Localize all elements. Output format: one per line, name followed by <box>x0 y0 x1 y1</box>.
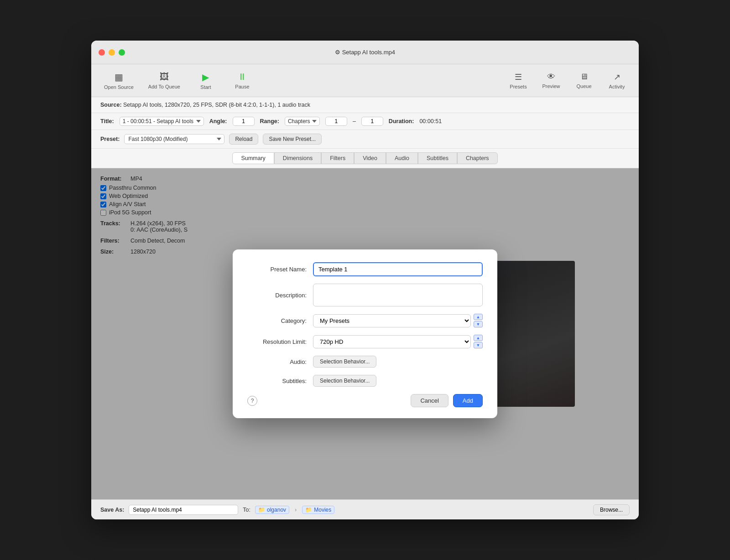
presets-label: Presets <box>510 84 527 89</box>
start-icon: ▶ <box>202 72 209 83</box>
resolution-stepper: ▲ ▼ <box>474 335 483 348</box>
add-queue-icon: 🖼 <box>160 72 169 82</box>
tab-dimensions[interactable]: Dimensions <box>274 152 321 164</box>
titlebar: ⚙ Setapp AI tools.mp4 <box>91 41 639 64</box>
folder-name-2: Movies <box>314 507 331 513</box>
category-select[interactable]: My Presets Custom <box>313 314 471 327</box>
preset-row: Preset: Fast 1080p30 (Modified) Reload S… <box>91 130 639 149</box>
browse-button[interactable]: Browse... <box>593 504 630 515</box>
subtitles-field-label: Subtitles: <box>247 378 307 384</box>
help-button[interactable]: ? <box>247 396 257 406</box>
save-as-input[interactable] <box>129 505 238 515</box>
activity-button[interactable]: ↗ Activity <box>602 69 631 92</box>
modal-overlay: Preset Name: Description: Category: My P… <box>91 168 639 499</box>
description-field-label: Description: <box>247 292 307 299</box>
open-source-label: Open Source <box>104 84 134 90</box>
modal-footer: ? Cancel Add <box>247 394 483 407</box>
audio-selection-button[interactable]: Selection Behavior... <box>313 356 376 368</box>
title-row: Title: 1 - 00:00:51 - Setapp AI tools An… <box>91 113 639 130</box>
folder-arrow: › <box>295 507 297 513</box>
resolution-row: Resolution Limit: None 480p SD 720p HD 1… <box>247 335 483 348</box>
resolution-field-label: Resolution Limit: <box>247 338 307 345</box>
traffic-lights <box>99 49 125 56</box>
tab-subtitles[interactable]: Subtitles <box>418 152 457 164</box>
presets-button[interactable]: ☰ Presets <box>504 69 533 92</box>
start-label: Start <box>200 84 211 90</box>
queue-label: Queue <box>576 83 591 89</box>
folder-name-1: olganov <box>267 507 286 513</box>
bottom-bar: Save As: To: 📁 olganov › 📁 Movies Browse… <box>91 499 639 519</box>
open-source-button[interactable]: ▦ Open Source <box>99 69 139 93</box>
save-as-label: Save As: <box>100 507 124 513</box>
preset-select[interactable]: Fast 1080p30 (Modified) <box>124 134 224 144</box>
tab-audio[interactable]: Audio <box>386 152 418 164</box>
open-source-icon: ▦ <box>115 72 123 83</box>
add-to-queue-button[interactable]: 🖼 Add To Queue <box>143 69 186 92</box>
close-button[interactable] <box>99 49 105 56</box>
title-field-label: Title: <box>100 118 114 124</box>
preset-name-row: Preset Name: <box>247 262 483 276</box>
angle-label: Angle: <box>209 118 227 124</box>
main-content: Format: MP4 Passthru Common Web Optimize… <box>91 168 639 499</box>
tab-summary[interactable]: Summary <box>232 152 274 164</box>
tab-video[interactable]: Video <box>354 152 386 164</box>
toolbar: ▦ Open Source 🖼 Add To Queue ▶ Start ⏸ P… <box>91 64 639 97</box>
audio-field-label: Audio: <box>247 358 307 365</box>
tab-filters[interactable]: Filters <box>321 152 354 164</box>
range-dash: – <box>353 118 356 124</box>
resolution-select[interactable]: None 480p SD 720p HD 1080p HD 4K UHD <box>313 335 471 348</box>
resolution-down-button[interactable]: ▼ <box>474 342 483 348</box>
queue-icon: 🖥 <box>580 72 588 82</box>
duration-value: 00:00:51 <box>419 118 442 124</box>
source-info-row: Source: Setapp AI tools, 1280x720, 25 FP… <box>91 97 639 113</box>
audio-row: Audio: Selection Behavior... <box>247 356 483 368</box>
range-select[interactable]: Chapters <box>285 117 320 126</box>
folder-icon-1: 📁 <box>258 507 265 513</box>
modal-action-buttons: Cancel Add <box>411 394 483 407</box>
category-field-label: Category: <box>247 317 307 324</box>
preset-name-input[interactable] <box>313 262 483 276</box>
main-window: ⚙ Setapp AI tools.mp4 ▦ Open Source 🖼 Ad… <box>91 41 639 519</box>
activity-icon: ↗ <box>614 72 620 82</box>
category-down-button[interactable]: ▼ <box>474 321 483 327</box>
subtitles-row: Subtitles: Selection Behavior... <box>247 375 483 387</box>
source-value: Setapp AI tools, 1280x720, 25 FPS, SDR (… <box>123 102 310 108</box>
presets-icon: ☰ <box>515 72 522 82</box>
range-label: Range: <box>260 118 279 124</box>
category-row: Category: My Presets Custom ▲ ▼ <box>247 314 483 327</box>
activity-label: Activity <box>609 84 625 89</box>
description-input[interactable] <box>313 284 483 306</box>
resolution-up-button[interactable]: ▲ <box>474 335 483 341</box>
cancel-button[interactable]: Cancel <box>411 394 448 407</box>
folder-badge-1[interactable]: 📁 olganov <box>255 506 289 514</box>
range-from-input[interactable] <box>325 117 347 126</box>
subtitles-selection-button[interactable]: Selection Behavior... <box>313 375 376 387</box>
maximize-button[interactable] <box>119 49 125 56</box>
title-select[interactable]: 1 - 00:00:51 - Setapp AI tools <box>120 117 204 126</box>
to-label: To: <box>243 507 250 513</box>
add-queue-label: Add To Queue <box>148 84 180 89</box>
pause-button[interactable]: ⏸ Pause <box>226 69 259 92</box>
folder-badge-2[interactable]: 📁 Movies <box>302 506 334 514</box>
range-to-input[interactable] <box>361 117 383 126</box>
minimize-button[interactable] <box>109 49 115 56</box>
start-button[interactable]: ▶ Start <box>189 69 222 93</box>
category-up-button[interactable]: ▲ <box>474 314 483 320</box>
queue-button[interactable]: 🖥 Queue <box>569 69 599 92</box>
angle-input[interactable] <box>233 117 255 126</box>
window-title: ⚙ Setapp AI tools.mp4 <box>335 49 395 56</box>
pause-icon: ⏸ <box>238 72 247 82</box>
save-preset-modal: Preset Name: Description: Category: My P… <box>233 249 497 418</box>
source-label: Source: <box>100 102 122 108</box>
add-button[interactable]: Add <box>453 394 483 407</box>
preview-button[interactable]: 👁 Preview <box>537 69 566 92</box>
description-row: Description: <box>247 284 483 306</box>
save-new-preset-button[interactable]: Save New Preset... <box>263 134 322 145</box>
tab-chapters[interactable]: Chapters <box>457 152 498 164</box>
category-stepper: ▲ ▼ <box>474 314 483 327</box>
preview-icon: 👁 <box>547 72 555 82</box>
pause-label: Pause <box>235 84 249 89</box>
reload-button[interactable]: Reload <box>229 134 258 145</box>
duration-label: Duration: <box>389 118 414 124</box>
preview-label: Preview <box>542 83 560 89</box>
